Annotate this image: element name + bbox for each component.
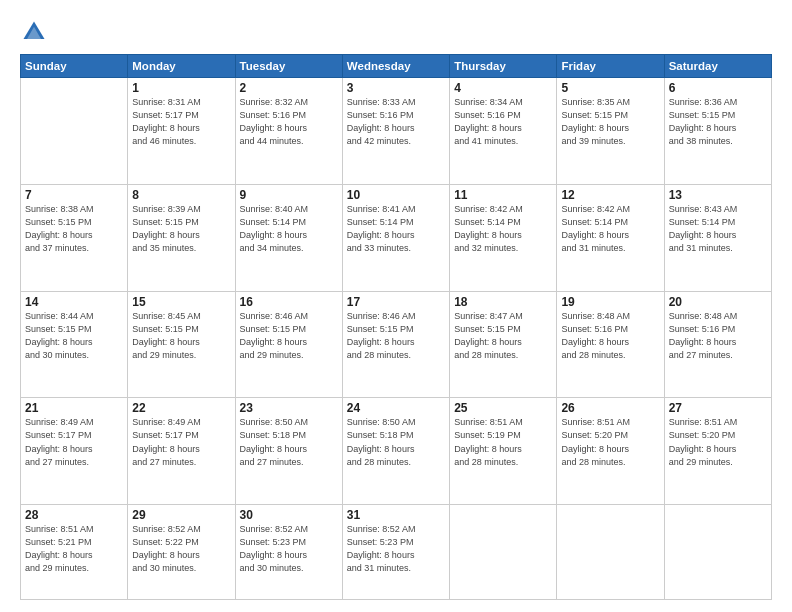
calendar-week-row: 7Sunrise: 8:38 AM Sunset: 5:15 PM Daylig… <box>21 184 772 291</box>
day-number: 26 <box>561 401 659 415</box>
day-info: Sunrise: 8:35 AM Sunset: 5:15 PM Dayligh… <box>561 96 659 148</box>
day-info: Sunrise: 8:50 AM Sunset: 5:18 PM Dayligh… <box>347 416 445 468</box>
calendar-cell: 27Sunrise: 8:51 AM Sunset: 5:20 PM Dayli… <box>664 398 771 505</box>
day-number: 23 <box>240 401 338 415</box>
calendar-cell: 14Sunrise: 8:44 AM Sunset: 5:15 PM Dayli… <box>21 291 128 398</box>
weekday-sunday: Sunday <box>21 55 128 78</box>
weekday-tuesday: Tuesday <box>235 55 342 78</box>
day-number: 4 <box>454 81 552 95</box>
day-info: Sunrise: 8:42 AM Sunset: 5:14 PM Dayligh… <box>454 203 552 255</box>
calendar-cell: 15Sunrise: 8:45 AM Sunset: 5:15 PM Dayli… <box>128 291 235 398</box>
day-info: Sunrise: 8:34 AM Sunset: 5:16 PM Dayligh… <box>454 96 552 148</box>
day-info: Sunrise: 8:38 AM Sunset: 5:15 PM Dayligh… <box>25 203 123 255</box>
calendar-cell: 29Sunrise: 8:52 AM Sunset: 5:22 PM Dayli… <box>128 505 235 600</box>
day-info: Sunrise: 8:50 AM Sunset: 5:18 PM Dayligh… <box>240 416 338 468</box>
day-number: 11 <box>454 188 552 202</box>
calendar-cell: 23Sunrise: 8:50 AM Sunset: 5:18 PM Dayli… <box>235 398 342 505</box>
day-number: 29 <box>132 508 230 522</box>
day-info: Sunrise: 8:52 AM Sunset: 5:23 PM Dayligh… <box>347 523 445 575</box>
day-number: 25 <box>454 401 552 415</box>
day-info: Sunrise: 8:43 AM Sunset: 5:14 PM Dayligh… <box>669 203 767 255</box>
calendar-cell: 16Sunrise: 8:46 AM Sunset: 5:15 PM Dayli… <box>235 291 342 398</box>
day-number: 3 <box>347 81 445 95</box>
weekday-saturday: Saturday <box>664 55 771 78</box>
calendar-cell: 24Sunrise: 8:50 AM Sunset: 5:18 PM Dayli… <box>342 398 449 505</box>
day-number: 31 <box>347 508 445 522</box>
weekday-thursday: Thursday <box>450 55 557 78</box>
day-number: 27 <box>669 401 767 415</box>
day-info: Sunrise: 8:36 AM Sunset: 5:15 PM Dayligh… <box>669 96 767 148</box>
day-number: 13 <box>669 188 767 202</box>
header <box>20 18 772 46</box>
calendar-cell: 31Sunrise: 8:52 AM Sunset: 5:23 PM Dayli… <box>342 505 449 600</box>
calendar-cell: 5Sunrise: 8:35 AM Sunset: 5:15 PM Daylig… <box>557 78 664 185</box>
logo <box>20 18 52 46</box>
day-info: Sunrise: 8:44 AM Sunset: 5:15 PM Dayligh… <box>25 310 123 362</box>
calendar-week-row: 28Sunrise: 8:51 AM Sunset: 5:21 PM Dayli… <box>21 505 772 600</box>
calendar-cell: 13Sunrise: 8:43 AM Sunset: 5:14 PM Dayli… <box>664 184 771 291</box>
calendar-cell: 4Sunrise: 8:34 AM Sunset: 5:16 PM Daylig… <box>450 78 557 185</box>
calendar-cell: 28Sunrise: 8:51 AM Sunset: 5:21 PM Dayli… <box>21 505 128 600</box>
day-number: 14 <box>25 295 123 309</box>
calendar-cell: 20Sunrise: 8:48 AM Sunset: 5:16 PM Dayli… <box>664 291 771 398</box>
day-info: Sunrise: 8:52 AM Sunset: 5:22 PM Dayligh… <box>132 523 230 575</box>
calendar-table: SundayMondayTuesdayWednesdayThursdayFrid… <box>20 54 772 600</box>
logo-icon <box>20 18 48 46</box>
day-info: Sunrise: 8:40 AM Sunset: 5:14 PM Dayligh… <box>240 203 338 255</box>
calendar-cell <box>557 505 664 600</box>
calendar-week-row: 14Sunrise: 8:44 AM Sunset: 5:15 PM Dayli… <box>21 291 772 398</box>
calendar-week-row: 21Sunrise: 8:49 AM Sunset: 5:17 PM Dayli… <box>21 398 772 505</box>
weekday-header-row: SundayMondayTuesdayWednesdayThursdayFrid… <box>21 55 772 78</box>
day-info: Sunrise: 8:39 AM Sunset: 5:15 PM Dayligh… <box>132 203 230 255</box>
day-info: Sunrise: 8:49 AM Sunset: 5:17 PM Dayligh… <box>132 416 230 468</box>
calendar-cell: 17Sunrise: 8:46 AM Sunset: 5:15 PM Dayli… <box>342 291 449 398</box>
day-number: 19 <box>561 295 659 309</box>
day-number: 10 <box>347 188 445 202</box>
day-number: 17 <box>347 295 445 309</box>
calendar-cell <box>664 505 771 600</box>
day-info: Sunrise: 8:51 AM Sunset: 5:20 PM Dayligh… <box>669 416 767 468</box>
calendar-cell: 8Sunrise: 8:39 AM Sunset: 5:15 PM Daylig… <box>128 184 235 291</box>
day-info: Sunrise: 8:46 AM Sunset: 5:15 PM Dayligh… <box>347 310 445 362</box>
page: SundayMondayTuesdayWednesdayThursdayFrid… <box>0 0 792 612</box>
day-number: 24 <box>347 401 445 415</box>
day-number: 28 <box>25 508 123 522</box>
day-info: Sunrise: 8:45 AM Sunset: 5:15 PM Dayligh… <box>132 310 230 362</box>
calendar-cell: 11Sunrise: 8:42 AM Sunset: 5:14 PM Dayli… <box>450 184 557 291</box>
day-number: 7 <box>25 188 123 202</box>
calendar-cell: 9Sunrise: 8:40 AM Sunset: 5:14 PM Daylig… <box>235 184 342 291</box>
day-info: Sunrise: 8:48 AM Sunset: 5:16 PM Dayligh… <box>561 310 659 362</box>
day-number: 9 <box>240 188 338 202</box>
day-number: 15 <box>132 295 230 309</box>
day-info: Sunrise: 8:51 AM Sunset: 5:20 PM Dayligh… <box>561 416 659 468</box>
day-number: 22 <box>132 401 230 415</box>
calendar-cell: 30Sunrise: 8:52 AM Sunset: 5:23 PM Dayli… <box>235 505 342 600</box>
day-info: Sunrise: 8:41 AM Sunset: 5:14 PM Dayligh… <box>347 203 445 255</box>
day-info: Sunrise: 8:49 AM Sunset: 5:17 PM Dayligh… <box>25 416 123 468</box>
day-number: 5 <box>561 81 659 95</box>
calendar-week-row: 1Sunrise: 8:31 AM Sunset: 5:17 PM Daylig… <box>21 78 772 185</box>
day-info: Sunrise: 8:52 AM Sunset: 5:23 PM Dayligh… <box>240 523 338 575</box>
day-number: 1 <box>132 81 230 95</box>
calendar-cell: 22Sunrise: 8:49 AM Sunset: 5:17 PM Dayli… <box>128 398 235 505</box>
day-number: 30 <box>240 508 338 522</box>
calendar-cell: 7Sunrise: 8:38 AM Sunset: 5:15 PM Daylig… <box>21 184 128 291</box>
calendar-cell: 3Sunrise: 8:33 AM Sunset: 5:16 PM Daylig… <box>342 78 449 185</box>
day-number: 18 <box>454 295 552 309</box>
weekday-monday: Monday <box>128 55 235 78</box>
day-info: Sunrise: 8:46 AM Sunset: 5:15 PM Dayligh… <box>240 310 338 362</box>
calendar-cell: 1Sunrise: 8:31 AM Sunset: 5:17 PM Daylig… <box>128 78 235 185</box>
calendar-cell: 26Sunrise: 8:51 AM Sunset: 5:20 PM Dayli… <box>557 398 664 505</box>
day-info: Sunrise: 8:51 AM Sunset: 5:19 PM Dayligh… <box>454 416 552 468</box>
calendar-cell: 6Sunrise: 8:36 AM Sunset: 5:15 PM Daylig… <box>664 78 771 185</box>
calendar-cell <box>21 78 128 185</box>
day-number: 12 <box>561 188 659 202</box>
calendar-cell: 18Sunrise: 8:47 AM Sunset: 5:15 PM Dayli… <box>450 291 557 398</box>
weekday-wednesday: Wednesday <box>342 55 449 78</box>
calendar-cell <box>450 505 557 600</box>
weekday-friday: Friday <box>557 55 664 78</box>
day-info: Sunrise: 8:33 AM Sunset: 5:16 PM Dayligh… <box>347 96 445 148</box>
day-info: Sunrise: 8:42 AM Sunset: 5:14 PM Dayligh… <box>561 203 659 255</box>
calendar-cell: 21Sunrise: 8:49 AM Sunset: 5:17 PM Dayli… <box>21 398 128 505</box>
day-info: Sunrise: 8:31 AM Sunset: 5:17 PM Dayligh… <box>132 96 230 148</box>
